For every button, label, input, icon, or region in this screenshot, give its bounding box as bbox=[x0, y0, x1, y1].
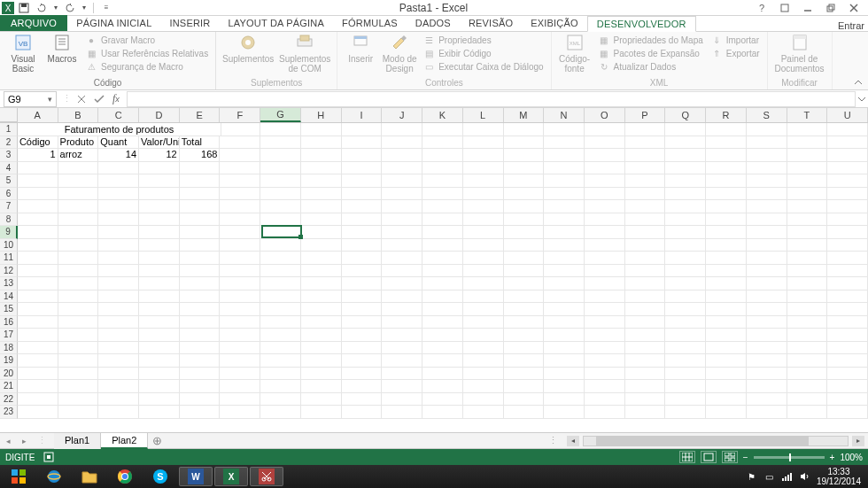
row-header[interactable]: 16 bbox=[0, 316, 18, 329]
cell[interactable] bbox=[260, 162, 301, 175]
row-header[interactable]: 11 bbox=[0, 252, 18, 265]
start-button[interactable] bbox=[2, 467, 35, 486]
cell[interactable] bbox=[706, 380, 747, 393]
cell[interactable] bbox=[585, 123, 625, 136]
cell[interactable] bbox=[747, 380, 787, 393]
cell[interactable] bbox=[301, 368, 342, 381]
cell[interactable] bbox=[787, 393, 828, 407]
cell[interactable] bbox=[58, 239, 99, 252]
cell[interactable] bbox=[625, 252, 666, 265]
cell[interactable] bbox=[301, 226, 342, 239]
export-button[interactable]: ⇑Exportar bbox=[709, 47, 762, 59]
cell[interactable] bbox=[382, 368, 422, 381]
cell[interactable] bbox=[665, 252, 706, 265]
cell[interactable] bbox=[260, 188, 301, 201]
cell[interactable] bbox=[585, 226, 625, 239]
cell[interactable] bbox=[625, 393, 666, 407]
cell[interactable] bbox=[98, 188, 139, 201]
column-header[interactable]: L bbox=[463, 108, 504, 122]
cell[interactable] bbox=[463, 200, 504, 213]
cell[interactable] bbox=[260, 329, 301, 342]
cell[interactable] bbox=[463, 342, 504, 355]
cell[interactable] bbox=[463, 174, 504, 188]
cell[interactable] bbox=[706, 368, 747, 381]
cell[interactable] bbox=[504, 174, 545, 188]
cell[interactable] bbox=[301, 277, 342, 290]
cell[interactable] bbox=[665, 368, 706, 381]
name-box[interactable]: G9 ▾ bbox=[4, 91, 57, 107]
cell[interactable] bbox=[301, 200, 342, 213]
cell[interactable] bbox=[139, 290, 180, 304]
cell[interactable] bbox=[98, 174, 139, 188]
row-header[interactable]: 22 bbox=[0, 393, 18, 407]
cell[interactable] bbox=[706, 393, 747, 407]
fx-label[interactable]: fx bbox=[112, 92, 120, 105]
cell[interactable] bbox=[544, 239, 585, 252]
cell[interactable] bbox=[544, 368, 585, 381]
document-panel-button[interactable]: Painel de Documentos bbox=[773, 34, 826, 74]
cell[interactable] bbox=[665, 136, 706, 150]
cell[interactable] bbox=[18, 200, 58, 213]
cell[interactable] bbox=[98, 290, 139, 304]
cell[interactable] bbox=[382, 200, 422, 213]
cell[interactable] bbox=[585, 393, 625, 407]
cell[interactable] bbox=[544, 162, 585, 175]
cell[interactable] bbox=[342, 342, 383, 355]
row-header[interactable]: 13 bbox=[0, 277, 18, 290]
cell[interactable] bbox=[747, 200, 787, 213]
restore-button[interactable] bbox=[822, 1, 840, 15]
cell[interactable] bbox=[665, 354, 706, 368]
cell[interactable]: Código bbox=[18, 136, 58, 150]
cell[interactable] bbox=[504, 380, 545, 393]
cell[interactable] bbox=[139, 354, 180, 368]
cell[interactable] bbox=[787, 290, 828, 304]
cell[interactable] bbox=[139, 329, 180, 342]
cell[interactable] bbox=[260, 380, 301, 393]
cell[interactable] bbox=[98, 226, 139, 239]
cell[interactable] bbox=[382, 329, 422, 342]
cell[interactable] bbox=[827, 380, 868, 393]
import-button[interactable]: ⇓Importar bbox=[709, 34, 762, 46]
cell[interactable] bbox=[665, 200, 706, 213]
map-properties-button[interactable]: ▦Propriedades do Mapa bbox=[596, 34, 705, 46]
cell[interactable] bbox=[139, 316, 180, 329]
cell[interactable] bbox=[747, 368, 787, 381]
cell[interactable] bbox=[422, 290, 463, 304]
collapse-ribbon-icon[interactable] bbox=[854, 79, 863, 88]
undo-dropdown[interactable]: ▾ bbox=[51, 1, 60, 15]
addins-button[interactable]: Suplementos bbox=[221, 34, 275, 64]
cell[interactable] bbox=[585, 406, 625, 419]
cell[interactable] bbox=[747, 239, 787, 252]
cell[interactable] bbox=[544, 354, 585, 368]
cell[interactable] bbox=[98, 316, 139, 329]
column-header[interactable]: N bbox=[544, 108, 585, 122]
cell[interactable] bbox=[18, 393, 58, 407]
cell[interactable] bbox=[139, 368, 180, 381]
cell[interactable] bbox=[625, 368, 666, 381]
cell[interactable] bbox=[301, 239, 342, 252]
column-header[interactable]: T bbox=[787, 108, 828, 122]
cell[interactable] bbox=[18, 265, 58, 278]
cell[interactable] bbox=[706, 406, 747, 419]
row-header[interactable]: 12 bbox=[0, 265, 18, 278]
cell[interactable] bbox=[18, 226, 58, 239]
cell[interactable] bbox=[463, 277, 504, 290]
cell[interactable] bbox=[827, 174, 868, 188]
enter-formula-button[interactable] bbox=[91, 92, 107, 106]
cell[interactable] bbox=[827, 149, 868, 162]
cell[interactable] bbox=[747, 329, 787, 342]
cell[interactable] bbox=[58, 252, 99, 265]
insert-control-button[interactable]: Inserir bbox=[343, 34, 378, 64]
tab-dados[interactable]: DADOS bbox=[407, 16, 460, 31]
cell[interactable]: 168 bbox=[180, 149, 221, 162]
cell[interactable] bbox=[422, 149, 463, 162]
cell[interactable] bbox=[422, 368, 463, 381]
cell[interactable] bbox=[544, 393, 585, 407]
cell[interactable] bbox=[585, 290, 625, 304]
cell[interactable] bbox=[98, 213, 139, 227]
cell[interactable] bbox=[139, 303, 180, 316]
cell[interactable] bbox=[585, 316, 625, 329]
cell[interactable] bbox=[706, 354, 747, 368]
tray-action-center-icon[interactable]: ▭ bbox=[763, 470, 776, 483]
column-header[interactable]: C bbox=[98, 108, 139, 122]
